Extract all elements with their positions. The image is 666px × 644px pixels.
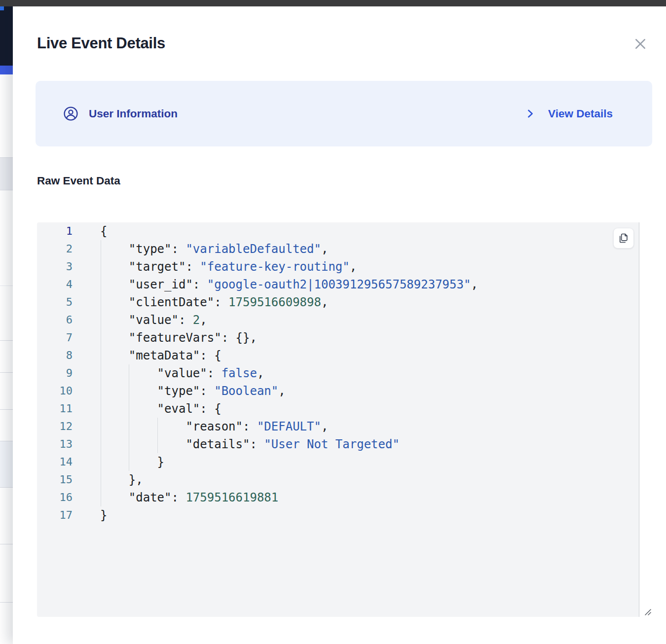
line-number: 5 (37, 293, 73, 311)
code-line: 12 "reason": "DEFAULT", (37, 418, 639, 435)
line-number: 9 (37, 364, 73, 382)
code-line-content: "value": false, (100, 364, 264, 382)
code-line: 16 "date": 1759516619881 (37, 489, 639, 506)
background-row-divider (0, 487, 13, 488)
page-title: Live Event Details (37, 35, 165, 52)
code-line: 17} (37, 506, 639, 524)
code-line-content: "type": "variableDefaulted", (100, 240, 328, 258)
raw-event-data-heading: Raw Event Data (37, 175, 120, 187)
view-details-label: View Details (548, 107, 613, 120)
code-line: 13 "details": "User Not Targeted" (37, 435, 639, 453)
line-number: 6 (37, 311, 73, 329)
code-line-content: "eval": { (100, 400, 222, 418)
code-line: 5 "clientDate": 1759516609898, (37, 293, 639, 311)
resize-grip-icon (643, 608, 652, 616)
line-number: 15 (37, 471, 73, 489)
x-icon (633, 36, 648, 51)
chevron-right-icon (524, 107, 536, 120)
code-line: 7 "featureVars": {}, (37, 329, 639, 347)
background-table-row-shaded (0, 441, 13, 487)
background-row-divider (0, 544, 13, 544)
code-line: 10 "type": "Boolean", (37, 382, 639, 400)
window-topbar (0, 0, 666, 6)
background-sidebar-header (0, 6, 13, 66)
line-number: 16 (37, 489, 73, 506)
live-event-details-modal: Live Event Details User Information (13, 6, 666, 644)
copy-icon (618, 232, 629, 244)
user-information-label: User Information (89, 107, 178, 120)
line-number: 7 (37, 329, 73, 347)
background-row-divider (0, 372, 13, 373)
code-line-content: "value": 2, (100, 311, 207, 329)
line-number: 3 (37, 258, 73, 276)
code-line: 14 } (37, 453, 639, 471)
raw-event-data-editor[interactable]: 1{2 "type": "variableDefaulted",3 "targe… (37, 222, 639, 617)
close-button[interactable] (632, 36, 649, 52)
code-line: 2 "type": "variableDefaulted", (37, 240, 639, 258)
code-line: 15 }, (37, 471, 639, 489)
user-information-group: User Information (63, 106, 178, 121)
line-number: 12 (37, 418, 73, 435)
line-number: 1 (37, 222, 73, 240)
code-line-content: { (100, 222, 107, 240)
background-blue-notch (0, 6, 4, 10)
code-line-content: } (100, 453, 164, 471)
code-scroller: 1{2 "type": "variableDefaulted",3 "targe… (37, 222, 639, 617)
code-line: 8 "metaData": { (37, 347, 639, 364)
background-row-divider (0, 409, 13, 410)
view-details-button[interactable]: View Details (524, 107, 613, 120)
line-number: 2 (37, 240, 73, 258)
line-number: 10 (37, 382, 73, 400)
code-line: 4 "user_id": "google-oauth2|100391295657… (37, 276, 639, 293)
line-number: 14 (37, 453, 73, 471)
background-row-divider (0, 190, 13, 190)
line-number: 13 (37, 435, 73, 453)
circle-user-icon (63, 106, 78, 121)
code-line: 1{ (37, 222, 639, 240)
code-line-content: "metaData": { (100, 347, 222, 364)
background-page-strip (0, 6, 13, 644)
code-line-content: "user_id": "google-oauth2|10039129565758… (100, 276, 478, 293)
code-line-content: } (100, 506, 107, 524)
background-row-divider (0, 157, 13, 158)
code-line: 11 "eval": { (37, 400, 639, 418)
copy-button[interactable] (613, 228, 634, 249)
code-line-content: "target": "feature-key-routing", (100, 258, 357, 276)
code-line: 3 "target": "feature-key-routing", (37, 258, 639, 276)
resize-grip[interactable] (643, 607, 653, 617)
line-number: 8 (37, 347, 73, 364)
code-line-content: "date": 1759516619881 (100, 489, 278, 506)
code-line-content: "details": "User Not Targeted" (100, 435, 400, 453)
line-number: 11 (37, 400, 73, 418)
line-number: 4 (37, 276, 73, 293)
background-accent-bar (0, 66, 13, 74)
code-line-content: "type": "Boolean", (100, 382, 286, 400)
code-line-content: "reason": "DEFAULT", (100, 418, 328, 435)
code-line-content: "featureVars": {}, (100, 329, 257, 347)
code-line: 9 "value": false, (37, 364, 639, 382)
background-row-divider (0, 602, 13, 603)
code-line-content: "clientDate": 1759516609898, (100, 293, 328, 311)
code-line-content: }, (100, 471, 143, 489)
background-table-row-selected (0, 157, 13, 190)
background-row-divider (0, 340, 13, 341)
user-information-banner: User Information View Details (36, 81, 652, 146)
background-row-divider (0, 441, 13, 441)
line-number: 17 (37, 506, 73, 524)
code-line: 6 "value": 2, (37, 311, 639, 329)
background-row-divider (0, 286, 13, 286)
